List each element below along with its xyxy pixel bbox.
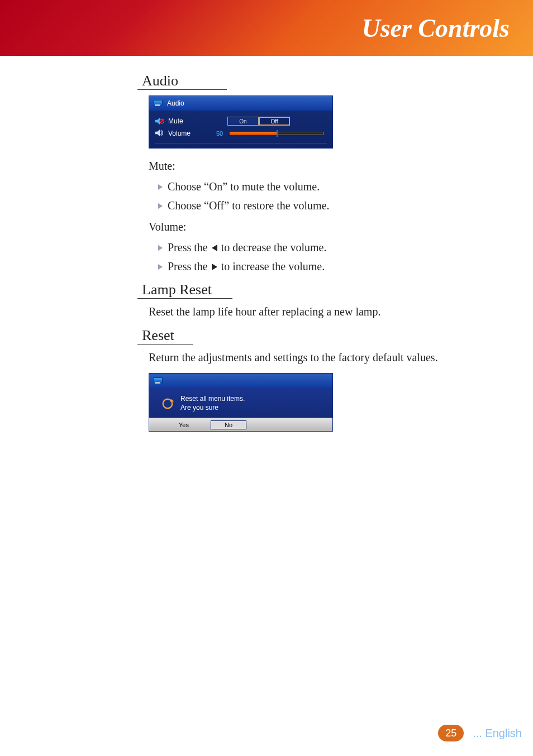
bullet-icon [158, 196, 163, 215]
mute-icon [155, 117, 165, 125]
reset-text: Return the adjustments and settings to t… [149, 350, 520, 365]
bullet-text: Choose “Off” to restore the volume. [168, 196, 330, 215]
left-arrow-icon [211, 241, 218, 253]
reset-message: Reset all menu items. Are you sure [180, 395, 245, 412]
lamp-reset-text: Reset the lamp life hour after replacing… [149, 304, 520, 319]
window-icon [154, 377, 161, 384]
content-area: Audio Audio Mute On Off [0, 56, 533, 432]
reset-button-row: Yes No [149, 418, 332, 431]
mute-bullets: Choose “On” to mute the volume. Choose “… [158, 177, 520, 215]
osd-audio-panel: Audio Mute On Off [149, 95, 333, 149]
osd-audio-body: Mute On Off Volume 50 [149, 111, 332, 148]
list-item: Choose “On” to mute the volume. [158, 177, 520, 196]
reset-no-button[interactable]: No [211, 420, 246, 429]
list-item: Choose “Off” to restore the volume. [158, 196, 520, 215]
bullet-text: Choose “On” to mute the volume. [168, 177, 320, 196]
bullet-icon [158, 177, 163, 196]
osd-reset-body: Reset all menu items. Are you sure Yes N… [149, 388, 332, 431]
svg-marker-7 [212, 245, 217, 251]
footer-language: ... English [473, 727, 522, 740]
bullet-icon [158, 257, 163, 276]
volume-icon [155, 129, 165, 138]
reset-message-row: Reset all menu items. Are you sure [161, 395, 327, 412]
window-icon [154, 100, 161, 107]
osd-volume-value: 50 [216, 130, 230, 137]
page-footer: 25 ... English [438, 725, 522, 741]
osd-mute-off[interactable]: Off [259, 117, 290, 126]
right-arrow-icon [211, 260, 218, 272]
svg-marker-9 [212, 264, 217, 270]
section-heading-audio-wrap: Audio [137, 73, 227, 90]
osd-mute-row: Mute On Off [155, 115, 327, 127]
svg-marker-5 [158, 203, 163, 209]
reset-yes-button[interactable]: Yes [166, 420, 202, 429]
svg-marker-4 [158, 184, 163, 190]
svg-line-2 [160, 119, 164, 123]
svg-marker-8 [158, 264, 163, 270]
osd-audio-titlebar: Audio [149, 96, 332, 111]
osd-reset-titlebar: . [149, 374, 332, 388]
osd-mute-label: Mute [168, 117, 183, 125]
list-item: Press the to decrease the volume. [158, 238, 520, 257]
bullet-text: Press the to increase the volume. [168, 257, 325, 276]
page-number-badge: 25 [438, 725, 464, 741]
osd-audio-title: Audio [167, 99, 184, 107]
svg-marker-3 [155, 130, 160, 136]
section-heading-audio: Audio [142, 73, 178, 89]
header-banner: User Controls [0, 0, 533, 56]
section-heading-lamp-wrap: Lamp Reset [137, 281, 232, 299]
mute-subhead: Mute: [149, 160, 520, 173]
svg-marker-6 [158, 245, 163, 251]
bullet-text: Press the to decrease the volume. [168, 238, 326, 257]
osd-mute-on[interactable]: On [227, 117, 259, 126]
bullet-icon [158, 238, 163, 257]
svg-marker-0 [155, 118, 160, 125]
volume-subhead: Volume: [149, 221, 520, 233]
section-heading-lamp: Lamp Reset [142, 281, 212, 298]
volume-bullets: Press the to decrease the volume. Press … [158, 238, 520, 276]
section-heading-reset: Reset [142, 327, 174, 343]
section-heading-reset-wrap: Reset [137, 327, 193, 344]
page-title: User Controls [361, 13, 510, 43]
osd-volume-slider[interactable] [230, 131, 323, 136]
osd-mute-toggle[interactable]: On Off [227, 117, 290, 126]
osd-reset-panel: . Reset all menu items. Are you sure Yes… [149, 373, 333, 432]
osd-volume-row: Volume 50 [155, 127, 327, 140]
list-item: Press the to increase the volume. [158, 257, 520, 276]
reset-icon [161, 398, 174, 410]
osd-volume-label: Volume [168, 130, 191, 137]
